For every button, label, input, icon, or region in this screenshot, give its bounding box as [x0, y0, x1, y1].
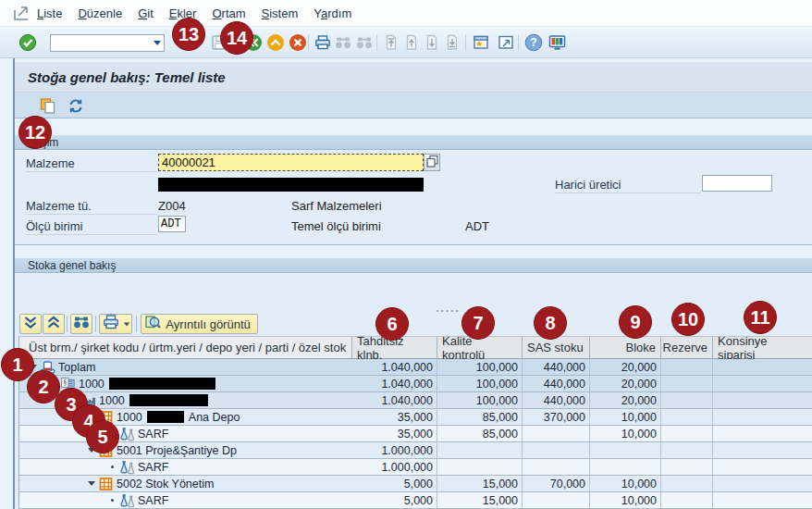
expander-icon[interactable]	[88, 481, 95, 486]
copy-list-button[interactable]	[39, 97, 57, 114]
annotation-circle-5: 5	[86, 420, 119, 453]
customize-layout-button[interactable]	[547, 33, 567, 52]
value-cell: 20,000	[590, 392, 661, 408]
menu-item-yardım[interactable]: Yardım	[314, 6, 351, 20]
previous-page-button[interactable]	[401, 33, 422, 52]
value-cell: 15,000	[437, 476, 523, 491]
divider	[26, 214, 157, 215]
cancel-button[interactable]	[288, 33, 308, 52]
command-field[interactable]	[50, 34, 165, 52]
menu-item-git[interactable]: Git	[138, 6, 154, 20]
help-button[interactable]: ?	[523, 33, 544, 52]
multiple-selection-button[interactable]	[424, 154, 440, 171]
value-cell	[661, 392, 713, 408]
table-row[interactable]: 35,00085,000370,00010,0001000Ana Depo	[19, 409, 812, 426]
annotation-circle-12: 12	[18, 116, 52, 149]
print-list-button[interactable]	[99, 314, 132, 334]
annotation-circle-10: 10	[671, 303, 705, 336]
table-row[interactable]: 5,00015,00010,000SARF	[19, 492, 812, 509]
column-header-hierarchy[interactable]: Üst brm./ şirket kodu / ürtm.yeri / depo…	[19, 336, 352, 359]
create-shortcut-button[interactable]	[496, 33, 516, 52]
menu-item-düzenle[interactable]: Düzenle	[78, 6, 122, 20]
value-cell: 5,000	[352, 492, 437, 508]
column-header-4[interactable]: Bloke	[590, 336, 661, 359]
toolbar-separator	[518, 34, 519, 51]
system-menu-icon[interactable]	[13, 6, 31, 21]
table-row[interactable]: 5,00015,00070,00010,0005002 Stok Yönetim	[19, 476, 812, 492]
unit-of-measure-field[interactable]: ADT	[158, 216, 186, 232]
first-page-button[interactable]	[381, 33, 401, 52]
title-bar: Stoğa genel bakış: Temel liste	[15, 62, 812, 93]
node-label: 1000	[99, 394, 125, 407]
column-header-3[interactable]: SAS stoku	[523, 336, 590, 359]
exit-icon	[266, 33, 285, 52]
sap-window: ListeDüzenleGitEklerOrtamSistemYardım ? …	[0, 0, 812, 509]
expand-all-button[interactable]	[19, 314, 42, 334]
exit-button[interactable]	[265, 33, 286, 52]
table-row[interactable]: 1.040,000100,000440,00020,0001000	[19, 392, 812, 409]
hierarchy-cell: SARF	[108, 492, 168, 508]
column-header-6[interactable]: Konsinye siparişi	[713, 336, 812, 359]
copy-list-icon	[39, 102, 57, 118]
value-cell	[661, 492, 713, 508]
enter-icon	[18, 33, 37, 52]
print-button[interactable]	[313, 33, 333, 52]
find-in-list-button[interactable]	[70, 314, 92, 334]
printer-blue-icon	[102, 314, 120, 334]
table-row[interactable]: 1.040,000100,000440,00020,000Toplam	[19, 359, 812, 376]
group-gap	[15, 246, 812, 257]
find-icon	[334, 35, 352, 50]
value-cell	[661, 409, 713, 425]
table-row[interactable]: 1.000,0005001 Proje&Şantiye Dp	[19, 442, 812, 459]
value-cell: 35,000	[352, 426, 437, 441]
stock-group-label: Stoka genel bakış	[28, 259, 116, 272]
menu-item-ortam[interactable]: Ortam	[212, 6, 245, 20]
double-up-icon	[45, 315, 62, 334]
command-dropdown-icon[interactable]	[150, 35, 164, 51]
previous-page-icon	[403, 34, 420, 51]
value-cell: 1.000,000	[352, 442, 437, 458]
material-input[interactable]	[158, 154, 424, 171]
stock-table: Üst brm./ şirket kodu / ürtm.yeri / depo…	[18, 336, 812, 509]
value-cell: 70,000	[523, 476, 590, 491]
menu-item-sistem[interactable]: Sistem	[262, 6, 299, 20]
value-cell	[713, 426, 812, 441]
node-label: SARF	[138, 461, 168, 474]
value-cell	[437, 459, 523, 475]
cancel-icon	[289, 33, 307, 52]
find-next-button[interactable]	[354, 33, 375, 52]
value-cell	[713, 359, 812, 375]
divider	[555, 192, 701, 193]
printer-dropdown-icon[interactable]	[123, 322, 130, 327]
refresh-button[interactable]	[67, 97, 85, 114]
table-row[interactable]: 1.000,000SARF	[19, 459, 812, 476]
find-button[interactable]	[333, 33, 353, 52]
value-cell: 440,000	[523, 359, 590, 375]
svg-text:?: ?	[530, 36, 536, 49]
next-page-icon	[424, 34, 440, 51]
value-cell: 1.040,000	[352, 392, 437, 408]
enter-button[interactable]	[18, 33, 38, 52]
collapse-all-button[interactable]	[43, 314, 65, 334]
value-cell: 10,000	[590, 426, 661, 441]
standard-toolbar: ?	[0, 27, 812, 58]
new-session-button[interactable]	[471, 33, 491, 52]
next-page-button[interactable]	[422, 33, 442, 52]
stock-group-header	[15, 257, 812, 273]
base-unit-value: ADT	[465, 219, 489, 233]
menu-item-liste[interactable]: Liste	[37, 6, 62, 20]
material-type-value: Z004	[158, 199, 186, 213]
external-manufacturer-field[interactable]	[702, 175, 772, 192]
base-unit-label: Temel ölçü birimi	[291, 219, 381, 233]
value-cell	[661, 442, 713, 458]
find-next-icon	[355, 35, 374, 50]
last-page-button[interactable]	[442, 33, 462, 52]
table-row[interactable]: 35,00085,00010,000SARF	[19, 426, 812, 442]
value-cell: 20,000	[590, 359, 661, 375]
detail-view-button[interactable]: Ayrıntılı görüntü	[141, 314, 258, 334]
node-label: 1000	[79, 378, 105, 391]
table-row[interactable]: 1.040,000100,000440,00020,000§1000	[19, 376, 812, 392]
redacted-material-description	[158, 178, 424, 192]
node-label: 5002 Stok Yönetim	[117, 478, 214, 490]
column-header-5[interactable]: Rezerve	[661, 336, 713, 359]
